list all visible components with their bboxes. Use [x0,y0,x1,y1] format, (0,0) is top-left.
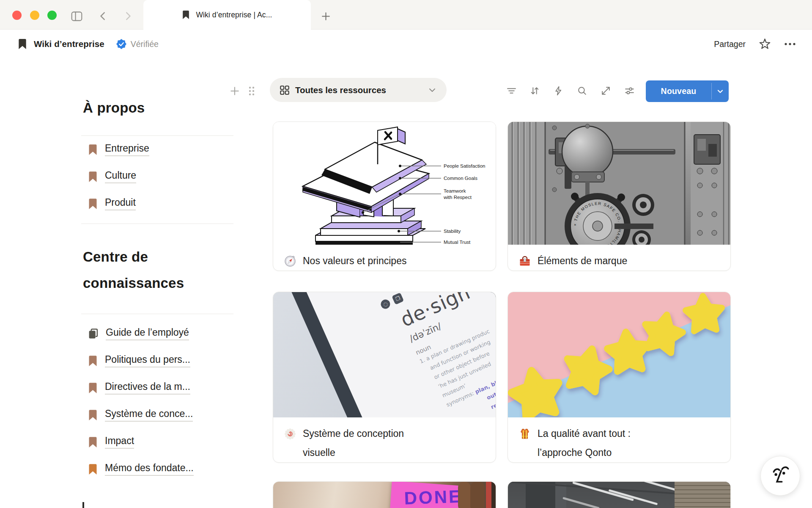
sidebar-item-guide-employe[interactable]: Guide de l’employé [88,324,189,343]
lightning-icon [553,86,564,96]
card-cover-vault-photo: × THE MOSLER SAFE CO. × HAMILTON, OHIO [508,122,730,245]
safety-vest-emoji [519,428,531,440]
sidebar-item-label: Directives de la m... [105,381,190,394]
filter-button[interactable] [504,83,519,98]
window-close-button[interactable] [12,11,22,20]
gallery-card-valeurs[interactable]: People Satisfaction Common Goals Teamwor… [273,121,496,271]
bookmark-icon [88,171,98,182]
new-dropdown-button[interactable] [712,80,729,102]
sidebar-item-label: Impact [105,435,134,448]
app-header: Wiki d’entreprise Vérifiée Partager [0,30,812,58]
bookmark-icon [88,436,98,448]
gallery-card-partial-warehouse[interactable] [508,481,731,508]
sidebar-toggle-button[interactable] [70,10,83,22]
share-button[interactable]: Partager [714,39,746,49]
bookmark-icon [88,409,98,421]
verified-check-icon [116,39,126,49]
sidebar-item-label: Système de conce... [105,408,193,421]
sort-button[interactable] [527,83,542,98]
card-cover-warehouse-photo [508,482,730,508]
stars-illustration [508,292,730,417]
plus-icon [321,11,331,22]
view-settings-button[interactable] [622,83,637,98]
sidebar-item-memo-fondateurs[interactable]: Mémo des fondate... [88,460,194,478]
sidebar-toggle-icon [71,11,82,22]
bookmark-icon [88,464,98,475]
new-tab-button[interactable] [319,10,332,22]
verified-badge[interactable]: Vérifiée [116,39,159,49]
new-button-group: Nouveau [646,80,729,102]
gallery-card-conception[interactable]: ◌ ❐ de·sign /dəˈzīn/ noun 1. a plan or d… [273,292,496,463]
expand-button[interactable] [598,83,613,98]
tab-title: Wiki d’entreprise | Ac... [196,11,272,19]
add-block-button[interactable] [228,85,241,97]
brick-wall [675,482,730,508]
gallery-view-icon [280,86,289,95]
card-title: Système de conception visuelle [303,424,418,462]
book-icon [88,329,99,339]
diagram-label: Teamwork [444,188,466,193]
nav-forward-button[interactable] [121,10,134,22]
dark-edge [491,482,496,508]
chevron-left-icon [98,11,109,22]
window-minimize-button[interactable] [30,11,39,20]
automation-button[interactable] [551,83,566,98]
notion-ai-button[interactable] [760,456,800,496]
warehouse-machine [526,482,555,508]
sidebar-item-directives[interactable]: Directives de la m... [88,378,190,397]
drag-handle-icon [248,86,255,97]
sidebar-item-culture[interactable]: Culture [88,167,136,186]
chevron-right-icon [122,11,133,22]
view-selector[interactable]: Toutes les ressources [270,78,447,102]
card-title: La qualité avant tout : l’approche Qonto [538,424,653,462]
divider [81,135,233,136]
diagram-label: Mutual Trust [444,240,471,245]
sidebar-item-politiques[interactable]: Politiques du pers... [88,351,190,370]
gallery-card-marque[interactable]: × THE MOSLER SAFE CO. × HAMILTON, OHIO É… [508,121,731,271]
card-footer: Éléments de marque [508,245,730,271]
sliders-icon [624,86,635,96]
active-tab[interactable]: Wiki d’entreprise | Ac... [143,0,311,30]
page-title[interactable]: Wiki d’entreprise [34,39,104,49]
text-caret [82,502,84,508]
favorite-star-icon[interactable] [759,39,771,50]
filter-icon [506,86,517,96]
bookmark-icon [88,382,98,394]
bookmark-icon [182,10,190,19]
sidebar-item-systeme-conception[interactable]: Système de conce... [88,406,193,424]
sort-icon [529,86,540,96]
drag-handle[interactable] [245,85,258,97]
gallery-card-partial-done[interactable]: DONE [273,481,496,508]
card-footer: Nos valeurs et principes [273,245,496,271]
diagram-label: Common Goals [444,176,477,181]
window-zoom-button[interactable] [47,11,57,20]
chat-app-icon: ❐ [392,293,404,305]
bookmark-icon [18,39,27,50]
search-button[interactable] [574,83,590,98]
sidebar-item-impact[interactable]: Impact [88,433,134,451]
card-footer: La qualité avant tout : l’approche Qonto [508,417,730,462]
sidebar-item-label: Culture [105,170,136,183]
sidebar-item-produit[interactable]: Produit [88,194,136,213]
sidebar-item-entreprise[interactable]: Entreprise [88,140,149,159]
bookmark-icon [88,144,98,155]
card-cover-stars-photo [508,292,730,417]
view-label: Toutes les ressources [295,85,422,95]
chevron-down-icon [428,86,436,94]
divider [81,314,233,314]
gallery-card-qualite[interactable]: La qualité avant tout : l’approche Qonto [508,292,731,463]
nav-back-button[interactable] [97,10,110,22]
card-cover-done-photo: DONE [273,482,496,508]
diagram-label: Stability [444,229,461,234]
card-footer: Système de conception visuelle [273,417,496,462]
sidebar-item-label: Mémo des fondate... [105,462,194,475]
sidebar-item-label: Produit [105,197,136,210]
compass-emoji [284,255,296,267]
diagram-label: with Respect [443,195,472,200]
more-options-icon[interactable] [784,42,796,46]
hand-fingers [470,482,485,508]
new-button[interactable]: Nouveau [646,80,711,102]
expand-icon [601,86,611,96]
chevron-down-icon [716,87,724,96]
header-actions: Partager [714,30,796,58]
